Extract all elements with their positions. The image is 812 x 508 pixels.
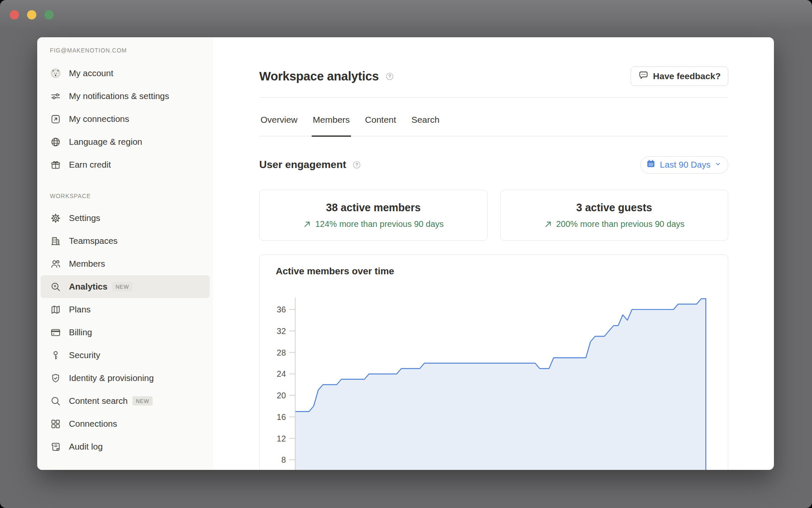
sidebar-item-audit-log[interactable]: Audit log	[41, 435, 210, 458]
sidebar-item-label: Security	[69, 350, 100, 361]
sidebar-item-billing[interactable]: Billing	[41, 321, 210, 344]
stat-card: 3 active guests200% more than previous 9…	[500, 190, 729, 241]
sidebar-item-my-account[interactable]: My account	[41, 62, 210, 85]
sidebar-item-identity-provisioning[interactable]: Identity & provisioning	[41, 367, 210, 389]
sidebar-item-label: My connections	[69, 113, 129, 124]
section-heading: User engagement	[259, 159, 346, 171]
feedback-button[interactable]: Have feedback?	[631, 66, 728, 86]
arrow-out-icon	[50, 113, 61, 125]
sidebar-item-label: Earn credit	[69, 159, 111, 170]
sidebar-item-label: Identity & provisioning	[69, 373, 154, 384]
sidebar-item-label: Audit log	[69, 441, 103, 452]
page-header: Workspace analytics ? Have feedback?	[259, 64, 728, 89]
user-engagement-header: User engagement ? Last 90 Days	[259, 155, 728, 175]
y-tick-label: 12	[277, 434, 286, 443]
date-range-selector[interactable]: Last 90 Days	[640, 156, 728, 174]
account-nav: My accountMy notifications & settingsMy …	[41, 62, 210, 176]
page-title: Workspace analytics	[259, 69, 379, 83]
trend-up-icon	[544, 220, 552, 229]
tab-overview[interactable]: Overview	[259, 115, 299, 137]
new-badge: NEW	[112, 282, 132, 291]
y-tick-label: 16	[277, 412, 286, 422]
sliders-icon	[50, 91, 61, 102]
sidebar-item-content-search[interactable]: Content searchNEW	[41, 389, 210, 412]
analytics-page: Workspace analytics ? Have feedback? Ove…	[213, 37, 774, 470]
chevron-down-icon	[714, 160, 721, 170]
sidebar-item-my-notifications-settings[interactable]: My notifications & settings	[41, 85, 210, 108]
svg-text:?: ?	[388, 74, 391, 79]
help-icon[interactable]: ?	[385, 72, 395, 81]
date-range-label: Last 90 Days	[660, 160, 710, 170]
account-email: FIG@MAKENOTION.COM	[41, 47, 210, 62]
sidebar-item-language-region[interactable]: Language & region	[41, 130, 210, 153]
stat-delta: 124% more than previous 90 days	[303, 219, 444, 229]
sidebar-item-connections[interactable]: Connections	[41, 412, 210, 435]
building-icon	[50, 235, 61, 247]
sidebar-item-label: My account	[69, 68, 113, 79]
sidebar-item-label: Settings	[69, 213, 100, 224]
chart-card: Active members over time 363228242016128	[259, 254, 728, 470]
analytics-icon	[50, 281, 61, 293]
gear-icon	[50, 213, 61, 224]
gift-icon	[50, 159, 61, 171]
sidebar-item-label: Content search	[69, 395, 128, 406]
y-tick-label: 24	[277, 369, 286, 378]
zoom-button[interactable]	[44, 10, 54, 19]
map-icon	[50, 304, 61, 315]
globe-icon	[50, 136, 61, 148]
tab-search[interactable]: Search	[410, 115, 441, 137]
settings-dialog: FIG@MAKENOTION.COM My accountMy notifica…	[37, 37, 774, 470]
svg-text:?: ?	[355, 162, 358, 167]
sidebar-item-label: Members	[69, 258, 105, 269]
sidebar-item-teamspaces[interactable]: Teamspaces	[41, 229, 210, 252]
y-tick-label: 28	[277, 348, 286, 357]
search-icon	[50, 395, 61, 407]
feedback-button-label: Have feedback?	[653, 71, 721, 81]
sidebar-item-label: Billing	[69, 327, 92, 338]
new-badge: NEW	[132, 396, 153, 406]
close-button[interactable]	[10, 10, 19, 19]
shield-icon	[50, 373, 61, 384]
stat-card: 38 active members124% more than previous…	[259, 190, 488, 241]
area-fill	[295, 299, 706, 470]
members-icon	[50, 258, 61, 270]
sidebar-item-my-connections[interactable]: My connections	[41, 108, 210, 130]
sidebar-item-label: Language & region	[69, 136, 142, 147]
stat-value: 3 active guests	[576, 202, 652, 214]
help-icon[interactable]: ?	[352, 160, 362, 170]
minimize-button[interactable]	[27, 10, 36, 19]
sidebar-item-label: Analytics	[69, 281, 107, 292]
y-tick-label: 36	[277, 305, 286, 314]
settings-sidebar: FIG@MAKENOTION.COM My accountMy notifica…	[37, 37, 213, 470]
analytics-tabs: OverviewMembersContentSearch	[259, 98, 728, 136]
sidebar-item-plans[interactable]: Plans	[41, 298, 210, 321]
stat-value: 38 active members	[326, 202, 421, 214]
sidebar-item-analytics[interactable]: AnalyticsNEW	[41, 275, 210, 298]
sidebar-item-security[interactable]: Security	[41, 344, 210, 367]
stat-delta: 200% more than previous 90 days	[544, 219, 685, 229]
card-icon	[50, 327, 61, 338]
sidebar-item-label: Plans	[69, 304, 91, 315]
scroll-icon	[50, 441, 61, 453]
workspace-nav: SettingsTeamspacesMembersAnalyticsNEWPla…	[41, 207, 210, 458]
sidebar-item-settings[interactable]: Settings	[41, 207, 210, 229]
tab-content[interactable]: Content	[364, 115, 398, 137]
sidebar-item-label: My notifications & settings	[69, 91, 169, 102]
chat-bubble-icon	[638, 70, 649, 83]
y-tick-label: 32	[277, 326, 286, 336]
desktop-background: FIG@MAKENOTION.COM My accountMy notifica…	[0, 0, 812, 508]
sidebar-item-earn-credit[interactable]: Earn credit	[41, 153, 210, 176]
trend-up-icon	[303, 220, 311, 229]
members-chart: 363228242016128	[260, 255, 728, 470]
sidebar-item-members[interactable]: Members	[41, 252, 210, 275]
workspace-section-label: WORKSPACE	[41, 185, 210, 207]
stat-cards-row: 38 active members124% more than previous…	[259, 190, 728, 241]
y-tick-label: 8	[281, 455, 286, 464]
tab-members[interactable]: Members	[312, 115, 351, 137]
account-avatar	[50, 68, 61, 79]
sidebar-item-label: Teamspaces	[69, 235, 118, 246]
grid-icon	[50, 418, 61, 430]
y-tick-label: 20	[277, 391, 286, 400]
key-icon	[50, 350, 61, 361]
window-controls	[10, 10, 54, 19]
